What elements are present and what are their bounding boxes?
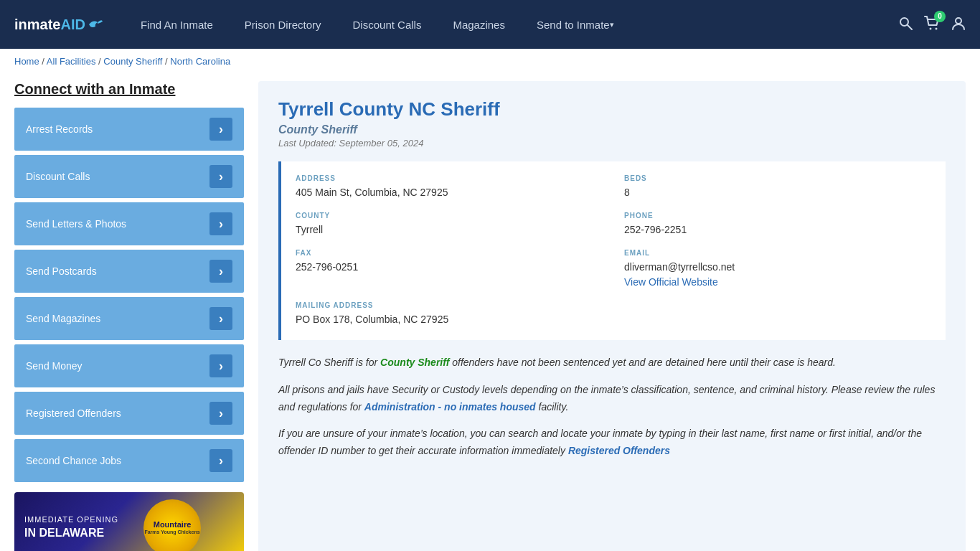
breadcrumb-home[interactable]: Home bbox=[14, 56, 39, 67]
county-sheriff-link[interactable]: County Sheriff bbox=[380, 357, 449, 368]
arrow-icon: › bbox=[209, 402, 232, 425]
beds-value: 8 bbox=[624, 185, 931, 200]
sidebar-item-send-magazines-label: Send Magazines bbox=[26, 313, 100, 324]
mailing-label: MAILING ADDRESS bbox=[296, 301, 603, 309]
sidebar: Connect with an Inmate Arrest Records › … bbox=[14, 81, 244, 551]
sidebar-item-registered-offenders[interactable]: Registered Offenders › bbox=[14, 392, 244, 435]
svg-point-4 bbox=[956, 18, 961, 24]
sidebar-item-discount-calls-label: Discount Calls bbox=[26, 171, 90, 182]
nav-send-to-inmate[interactable]: Send to Inmate bbox=[521, 0, 630, 49]
breadcrumb: Home / All Facilities / County Sheriff /… bbox=[0, 49, 980, 74]
registered-offenders-link[interactable]: Registered Offenders bbox=[568, 445, 670, 456]
arrow-icon: › bbox=[209, 165, 232, 188]
logo-bird-icon bbox=[88, 18, 103, 31]
sidebar-item-send-postcards[interactable]: Send Postcards › bbox=[14, 250, 244, 293]
county-label: COUNTY bbox=[296, 212, 603, 220]
email-value: dliverman@tyrrellcso.net View Official W… bbox=[624, 260, 931, 290]
cart-badge: 0 bbox=[934, 11, 946, 22]
address-field: ADDRESS 405 Main St, Columbia, NC 27925 bbox=[296, 174, 603, 200]
desc-para1-before: Tyrrell Co Sheriff is for bbox=[278, 357, 380, 368]
ad-text: IMMEDIATE OPENING IN DELAWARE bbox=[24, 514, 118, 542]
address-label: ADDRESS bbox=[296, 174, 603, 182]
sidebar-item-send-letters[interactable]: Send Letters & Photos › bbox=[14, 202, 244, 245]
ad-brand-circle: Mountaire Farms Young Chickens bbox=[143, 499, 201, 551]
mailing-field: MAILING ADDRESS PO Box 178, Columbia, NC… bbox=[296, 301, 603, 327]
nav-magazines[interactable]: Magazines bbox=[437, 0, 521, 49]
phone-label: PHONE bbox=[624, 212, 931, 220]
sidebar-item-send-money[interactable]: Send Money › bbox=[14, 344, 244, 387]
main-layout: Connect with an Inmate Arrest Records › … bbox=[0, 74, 980, 551]
sidebar-title: Connect with an Inmate bbox=[14, 81, 244, 98]
nav-links: Find An Inmate Prison Directory Discount… bbox=[125, 0, 898, 49]
sidebar-item-send-magazines[interactable]: Send Magazines › bbox=[14, 297, 244, 340]
facility-updated: Last Updated: September 05, 2024 bbox=[278, 138, 946, 149]
facility-subtitle: County Sheriff bbox=[278, 123, 946, 136]
address-value: 405 Main St, Columbia, NC 27925 bbox=[296, 185, 603, 200]
nav-icons: 0 bbox=[898, 15, 966, 34]
content-area: Tyrrell County NC Sheriff County Sheriff… bbox=[258, 81, 966, 551]
description: Tyrrell Co Sheriff is for County Sheriff… bbox=[278, 354, 946, 460]
arrow-icon: › bbox=[209, 118, 232, 141]
desc-para2-after: facility. bbox=[536, 401, 569, 413]
ad-line2: IN DELAWARE bbox=[24, 526, 118, 542]
sidebar-item-send-money-label: Send Money bbox=[26, 360, 83, 372]
arrow-icon: › bbox=[209, 307, 232, 330]
nav-find-inmate[interactable]: Find An Inmate bbox=[125, 0, 229, 49]
desc-para1-after: offenders have not been sentenced yet an… bbox=[449, 357, 836, 368]
sidebar-item-second-chance[interactable]: Second Chance Jobs › bbox=[14, 439, 244, 482]
search-icon[interactable] bbox=[898, 16, 913, 34]
sidebar-item-send-letters-label: Send Letters & Photos bbox=[26, 218, 126, 230]
sidebar-item-arrest-records[interactable]: Arrest Records › bbox=[14, 108, 244, 151]
breadcrumb-county-sheriff[interactable]: County Sheriff bbox=[103, 56, 162, 67]
ad-line1: IMMEDIATE OPENING bbox=[24, 514, 118, 525]
nav-prison-directory[interactable]: Prison Directory bbox=[229, 0, 337, 49]
svg-point-3 bbox=[936, 27, 938, 29]
sidebar-item-arrest-records-label: Arrest Records bbox=[26, 123, 93, 135]
logo-aid: AID bbox=[60, 17, 85, 32]
county-value: Tyrrell bbox=[296, 222, 603, 237]
breadcrumb-all-facilities[interactable]: All Facilities bbox=[47, 56, 96, 67]
beds-field: BEDS 8 bbox=[624, 174, 931, 200]
fax-field: FAX 252-796-0251 bbox=[296, 249, 603, 290]
beds-label: BEDS bbox=[624, 174, 931, 182]
facility-title: Tyrrell County NC Sheriff bbox=[278, 98, 946, 121]
ad-brand-text: Mountaire Farms Young Chickens bbox=[144, 520, 199, 536]
arrow-icon: › bbox=[209, 260, 232, 283]
sidebar-ad[interactable]: IMMEDIATE OPENING IN DELAWARE Mountaire … bbox=[14, 492, 244, 551]
sidebar-item-discount-calls[interactable]: Discount Calls › bbox=[14, 155, 244, 198]
phone-value: 252-796-2251 bbox=[624, 222, 931, 237]
nav-discount-calls[interactable]: Discount Calls bbox=[337, 0, 438, 49]
desc-para3: If you are unsure of your inmate’s locat… bbox=[278, 425, 946, 460]
fax-label: FAX bbox=[296, 249, 603, 257]
cart-icon[interactable]: 0 bbox=[924, 15, 940, 34]
admin-link[interactable]: Administration - no inmates housed bbox=[364, 401, 536, 413]
arrow-icon: › bbox=[209, 354, 232, 377]
fax-value: 252-796-0251 bbox=[296, 260, 603, 275]
county-field: COUNTY Tyrrell bbox=[296, 212, 603, 237]
phone-field: PHONE 252-796-2251 bbox=[624, 212, 931, 237]
email-field: EMAIL dliverman@tyrrellcso.net View Offi… bbox=[624, 249, 931, 290]
arrow-icon: › bbox=[209, 212, 232, 235]
info-card: ADDRESS 405 Main St, Columbia, NC 27925 … bbox=[278, 161, 946, 340]
email-label: EMAIL bbox=[624, 249, 931, 257]
breadcrumb-north-carolina[interactable]: North Carolina bbox=[170, 56, 230, 67]
logo-inmate: inmate bbox=[14, 17, 60, 32]
sidebar-item-registered-offenders-label: Registered Offenders bbox=[26, 408, 121, 419]
website-link[interactable]: View Official Website bbox=[624, 276, 718, 288]
user-icon[interactable] bbox=[951, 16, 966, 34]
logo[interactable]: inmateAID bbox=[14, 17, 103, 33]
arrow-icon: › bbox=[209, 449, 232, 472]
desc-para2: All prisons and jails have Security or C… bbox=[278, 382, 946, 416]
svg-point-2 bbox=[930, 27, 932, 29]
sidebar-item-second-chance-label: Second Chance Jobs bbox=[26, 455, 121, 466]
sidebar-item-send-postcards-label: Send Postcards bbox=[26, 265, 97, 277]
navbar: inmateAID Find An Inmate Prison Director… bbox=[0, 0, 980, 49]
mailing-value: PO Box 178, Columbia, NC 27925 bbox=[296, 312, 603, 327]
svg-line-1 bbox=[908, 25, 912, 29]
desc-para1: Tyrrell Co Sheriff is for County Sheriff… bbox=[278, 354, 946, 372]
